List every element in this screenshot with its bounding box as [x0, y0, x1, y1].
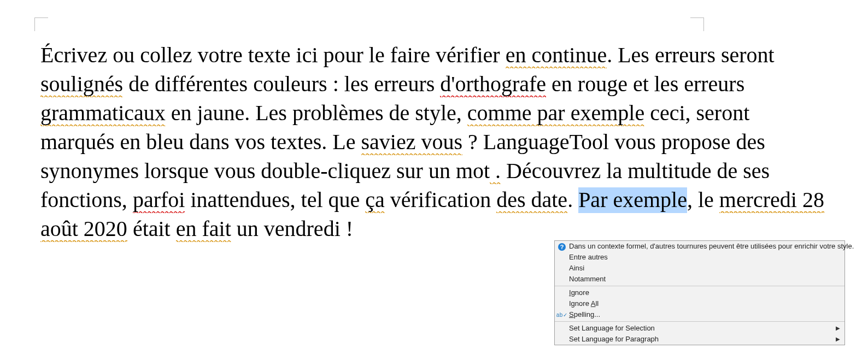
menu-set-language-selection[interactable]: Set Language for Selection▶ — [555, 323, 844, 334]
menu-suggestion[interactable]: Entre autres — [555, 252, 844, 263]
grammar-error[interactable]: . — [490, 158, 501, 184]
menu-label: Ignore All — [569, 299, 599, 308]
menu-label: Set Language for Paragraph — [569, 335, 659, 343]
menu-label: Dans un contexte formel, d'autres tournu… — [569, 242, 854, 250]
menu-set-language-paragraph[interactable]: Set Language for Paragraph▶ — [555, 334, 844, 345]
menu-suggestion[interactable]: Notamment — [555, 274, 844, 285]
menu-label: Entre autres — [569, 253, 608, 261]
menu-label: Spelling... — [569, 310, 600, 318]
help-icon: ? — [558, 243, 566, 251]
menu-label: Notamment — [569, 275, 606, 283]
text[interactable]: . — [567, 187, 578, 212]
grammar-error[interactable]: ça — [365, 187, 385, 213]
text[interactable]: de différentes couleurs : les erreurs — [123, 72, 440, 96]
grammar-error[interactable]: grammaticaux — [40, 101, 166, 126]
menu-separator — [555, 286, 844, 286]
submenu-arrow-icon: ▶ — [836, 334, 840, 345]
menu-suggestion[interactable]: Ainsi — [555, 263, 844, 274]
text[interactable]: . Les erreurs seront — [607, 43, 775, 67]
text[interactable]: vérification — [385, 187, 496, 212]
page-corner — [34, 17, 48, 31]
spellcheck-icon: ab✓ — [556, 312, 568, 318]
text[interactable]: , le — [687, 187, 719, 212]
grammar-error[interactable]: des date — [496, 187, 567, 213]
text[interactable]: Écrivez ou collez votre texte ici pour l… — [40, 43, 506, 67]
text[interactable]: en jaune. Les problèmes de style, — [166, 101, 467, 125]
menu-spelling[interactable]: ab✓Spelling... — [555, 309, 844, 320]
grammar-error[interactable]: saviez vous — [361, 129, 463, 155]
text[interactable]: inattendues, tel que — [185, 187, 365, 212]
context-menu: ?Dans un contexte formel, d'autres tourn… — [554, 240, 845, 345]
menu-label: Ainsi — [569, 264, 584, 272]
text[interactable]: en rouge et les erreurs — [546, 72, 744, 96]
grammar-error[interactable]: soulignés — [40, 72, 123, 97]
selected-style-error[interactable]: Par exemple — [578, 187, 687, 213]
grammar-error[interactable]: en continue — [506, 43, 607, 68]
spelling-error[interactable]: parfoi — [133, 187, 185, 213]
menu-separator — [555, 321, 844, 322]
text[interactable]: un vendredi ! — [231, 216, 353, 241]
submenu-arrow-icon: ▶ — [836, 323, 840, 334]
page-corner — [690, 17, 704, 31]
style-error[interactable]: en fait — [176, 216, 231, 242]
spelling-error[interactable]: d'orthografe — [440, 72, 546, 97]
document-body[interactable]: Écrivez ou collez votre texte ici pour l… — [40, 40, 828, 243]
menu-explanation[interactable]: ?Dans un contexte formel, d'autres tourn… — [555, 241, 844, 252]
menu-ignore-all[interactable]: Ignore All — [555, 298, 844, 309]
style-error[interactable]: comme par exemple — [467, 101, 644, 126]
menu-label: Set Language for Selection — [569, 324, 655, 332]
text[interactable]: était — [127, 216, 176, 241]
menu-ignore[interactable]: Ignore — [555, 287, 844, 298]
menu-label: Ignore — [569, 288, 589, 297]
